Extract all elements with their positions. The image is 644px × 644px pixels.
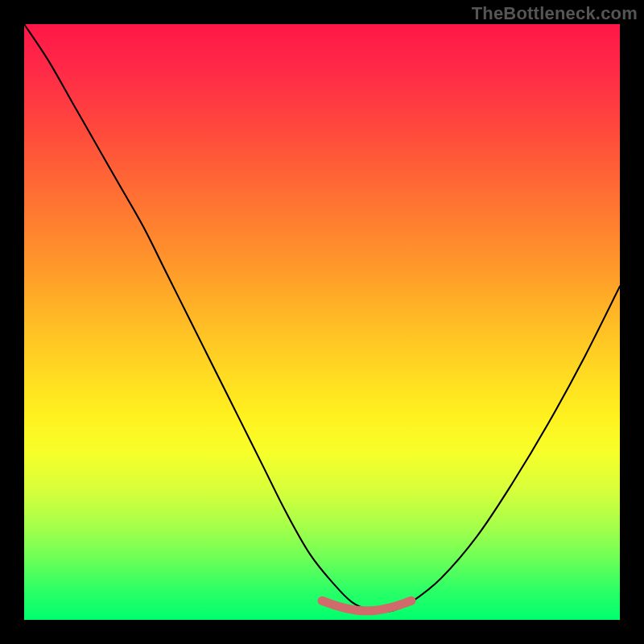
chart-svg xyxy=(24,24,620,620)
plot-area xyxy=(24,24,620,620)
bottleneck-curve xyxy=(24,24,620,612)
chart-frame: TheBottleneck.com xyxy=(0,0,644,644)
watermark-text: TheBottleneck.com xyxy=(472,3,638,24)
bottom-marker xyxy=(322,601,411,610)
